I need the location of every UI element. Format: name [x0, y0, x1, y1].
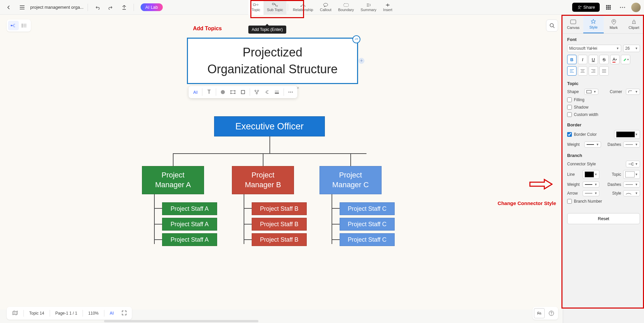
apps-icon[interactable]: [603, 2, 614, 13]
branch-dashes-select[interactable]: ▼: [623, 181, 640, 188]
clipart-tab[interactable]: Clipart: [624, 15, 644, 33]
line-weight-tool[interactable]: [272, 87, 282, 97]
font-family-select[interactable]: Microsoft YaHei▼: [567, 45, 621, 52]
boundary-tool[interactable]: Boundary: [335, 0, 357, 15]
custom-width-checkbox[interactable]: Custom width: [567, 112, 640, 117]
underline-button[interactable]: U: [589, 55, 598, 64]
filling-checkbox[interactable]: Filling: [567, 97, 640, 102]
staff-c2-node[interactable]: Project Staff C: [340, 218, 395, 231]
corner-select[interactable]: ▼: [626, 89, 640, 95]
canvas-tab[interactable]: Canvas: [563, 15, 583, 33]
more-icon[interactable]: [617, 2, 628, 13]
zoom-level[interactable]: 110%: [86, 310, 101, 317]
fill-tool[interactable]: [218, 87, 228, 97]
menu-button[interactable]: [17, 2, 28, 13]
staff-a3-node[interactable]: Project Staff A: [162, 233, 217, 246]
style-tab[interactable]: Style: [583, 15, 603, 33]
node-tag-icon[interactable]: [352, 35, 360, 43]
staff-a2-node[interactable]: Project Staff A: [162, 218, 217, 231]
svg-rect-14: [609, 8, 611, 10]
branch-tool[interactable]: [262, 87, 271, 97]
italic-button[interactable]: I: [578, 55, 587, 64]
strike-button[interactable]: S: [599, 55, 609, 64]
border-dashes-select[interactable]: ▼: [623, 142, 640, 148]
ai-bottom-button[interactable]: AI: [107, 310, 116, 317]
align-left-button[interactable]: [567, 66, 577, 76]
connector-style-select[interactable]: ▼: [626, 161, 640, 167]
svg-point-21: [22, 27, 23, 28]
topic-count[interactable]: Topic 14: [27, 310, 47, 317]
file-name[interactable]: project management orga...: [30, 5, 84, 10]
bold-button[interactable]: B: [567, 55, 577, 64]
summary-tool[interactable]: Summary: [357, 0, 380, 15]
page-indicator[interactable]: Page-1 1 / 1: [53, 310, 80, 317]
font-color-button[interactable]: A▾: [610, 55, 620, 64]
border-weight-select[interactable]: ▼: [584, 142, 601, 148]
exec-officer-node[interactable]: Executive Officer: [214, 116, 325, 136]
undo-button[interactable]: [92, 2, 103, 13]
mark-tab[interactable]: Mark: [604, 15, 624, 33]
align-center-button[interactable]: [578, 66, 587, 76]
topic-tool[interactable]: Topic: [248, 0, 264, 15]
svg-rect-12: [606, 8, 607, 10]
align-justify-button[interactable]: [599, 66, 609, 76]
search-button[interactable]: [546, 19, 558, 32]
scrollbar-horizontal[interactable]: [104, 320, 258, 322]
user-avatar[interactable]: [631, 3, 641, 12]
svg-point-20: [22, 25, 23, 26]
staff-a1-node[interactable]: Project Staff A: [162, 202, 217, 215]
border-color-select[interactable]: ▼: [614, 130, 640, 139]
outline-view-button[interactable]: [19, 21, 30, 30]
border-tool[interactable]: [238, 87, 248, 97]
mindmap-view-button[interactable]: [8, 21, 19, 30]
shadow-checkbox[interactable]: Shadow: [567, 105, 640, 110]
border-color-checkbox[interactable]: Border Color▼: [567, 130, 640, 139]
map-icon[interactable]: [9, 309, 21, 318]
staff-b1-node[interactable]: Project Staff B: [252, 202, 307, 215]
branch-line-color[interactable]: ▼: [583, 170, 599, 179]
shape-select[interactable]: ▼: [584, 89, 598, 95]
staff-b3-node[interactable]: Project Staff B: [252, 233, 307, 246]
branch-weight-select[interactable]: ▼: [583, 181, 599, 188]
insert-tool[interactable]: Insert: [380, 0, 396, 15]
svg-point-28: [235, 93, 236, 94]
pm-b-node[interactable]: ProjectManager B: [232, 166, 294, 194]
branch-style-select[interactable]: ▼: [623, 190, 640, 196]
link-tool[interactable]: [252, 87, 261, 97]
branch-arrow-select[interactable]: ▼: [583, 190, 599, 196]
staff-b2-node[interactable]: Project Staff B: [252, 218, 307, 231]
more-tools[interactable]: [286, 87, 295, 97]
add-subtopic-button[interactable]: +: [358, 58, 364, 64]
fullscreen-button[interactable]: [119, 309, 129, 318]
redo-button[interactable]: [105, 2, 116, 13]
staff-c1-node[interactable]: Project Staff C: [340, 202, 395, 215]
canvas-area[interactable]: Add Topics Add Topic (Enter) Projectized…: [0, 15, 563, 310]
export-button[interactable]: [119, 2, 130, 13]
align-right-button[interactable]: [589, 66, 598, 76]
staff-c3-node[interactable]: Project Staff C: [340, 233, 395, 246]
highlight-button[interactable]: ▾: [621, 55, 630, 64]
close-toolbar-button[interactable]: ×: [297, 85, 302, 91]
branch-number-checkbox[interactable]: Branch Number: [567, 199, 640, 204]
font-size-select[interactable]: 26▼: [623, 45, 640, 52]
svg-point-37: [613, 21, 614, 22]
svg-rect-6: [606, 5, 607, 6]
text-tool[interactable]: T: [204, 87, 214, 97]
svg-point-17: [624, 7, 625, 8]
subtopic-tool[interactable]: Sub Topic: [264, 0, 287, 15]
back-button[interactable]: [3, 2, 14, 13]
ai-button[interactable]: AI: [191, 87, 200, 97]
relationship-tool[interactable]: Relationship: [290, 0, 317, 15]
ai-lab-button[interactable]: AI Lab: [141, 3, 163, 11]
main-topic-node[interactable]: Projectized Organizational Structure +: [187, 38, 358, 84]
fn-button[interactable]: Fn: [534, 308, 545, 318]
share-button[interactable]: Share: [572, 3, 600, 12]
shape-tool[interactable]: [228, 87, 238, 97]
reset-button[interactable]: Reset: [567, 213, 640, 224]
help-button[interactable]: [546, 308, 557, 318]
pm-c-node[interactable]: ProjectManager C: [319, 166, 382, 194]
pm-a-node[interactable]: ProjectManager A: [142, 166, 204, 194]
callout-tool[interactable]: Callout: [316, 0, 335, 15]
svg-point-16: [622, 7, 623, 8]
branch-topic-color[interactable]: ▼: [623, 170, 640, 179]
